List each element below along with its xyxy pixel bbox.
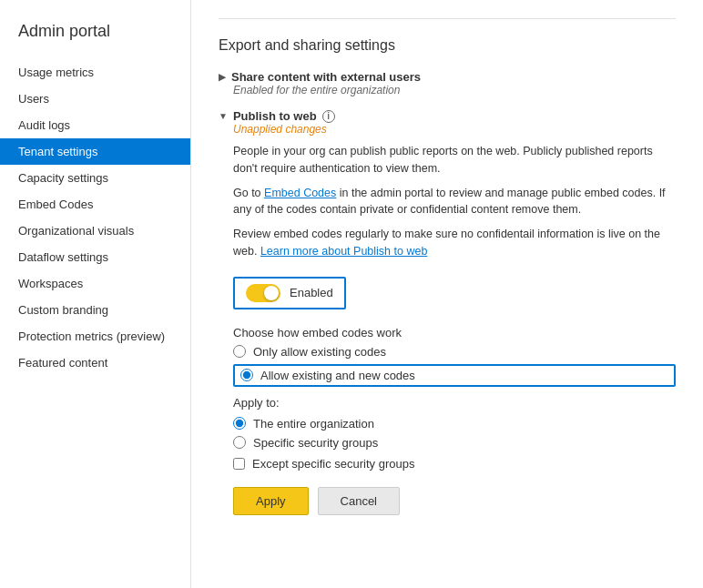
desc2-prefix: Go to <box>233 187 264 199</box>
radio-specific-groups-label: Specific security groups <box>253 436 378 450</box>
cancel-button[interactable]: Cancel <box>318 487 400 515</box>
radio-specific-groups[interactable]: Specific security groups <box>233 436 676 450</box>
sidebar-item-workspaces[interactable]: Workspaces <box>0 270 190 297</box>
app-layout: Admin portal Usage metrics Users Audit l… <box>0 0 703 588</box>
publish-web-desc1: People in your org can publish public re… <box>233 143 676 177</box>
sidebar-item-dataflow-settings[interactable]: Dataflow settings <box>0 244 190 270</box>
publish-web-header[interactable]: ▼ Publish to web i <box>219 109 676 123</box>
enabled-toggle[interactable] <box>246 284 280 302</box>
embed-codes-group: Choose how embed codes work Only allow e… <box>233 326 676 387</box>
radio-entire-org-input[interactable] <box>233 417 246 430</box>
publish-web-arrow: ▼ <box>219 111 228 121</box>
apply-to-label: Apply to: <box>233 396 676 410</box>
apply-button[interactable]: Apply <box>233 487 309 515</box>
except-checkbox[interactable] <box>233 458 245 470</box>
sidebar: Admin portal Usage metrics Users Audit l… <box>0 0 191 588</box>
sidebar-item-capacity-settings[interactable]: Capacity settings <box>0 165 190 191</box>
enabled-toggle-row[interactable]: Enabled <box>233 277 346 309</box>
sidebar-item-usage-metrics[interactable]: Usage metrics <box>0 59 190 86</box>
publish-web-setting: ▼ Publish to web i Unapplied changes Peo… <box>219 109 676 515</box>
sidebar-item-embed-codes[interactable]: Embed Codes <box>0 191 190 218</box>
sidebar-item-protection-metrics[interactable]: Protection metrics (preview) <box>0 323 190 350</box>
publish-web-desc3: Review embed codes regularly to make sur… <box>233 226 676 260</box>
divider <box>219 18 676 19</box>
radio-only-existing-input[interactable] <box>233 345 246 358</box>
sidebar-item-featured-content[interactable]: Featured content <box>0 350 190 376</box>
publish-web-desc2: Go to Embed Codes in the admin portal to… <box>233 185 676 219</box>
sidebar-item-audit-logs[interactable]: Audit logs <box>0 112 190 138</box>
toggle-track <box>246 284 280 302</box>
share-content-subtext: Enabled for the entire organization <box>233 84 676 96</box>
sidebar-item-users[interactable]: Users <box>0 86 190 112</box>
publish-web-body: People in your org can publish public re… <box>233 143 676 515</box>
toggle-container: Enabled <box>233 268 676 319</box>
sidebar-item-tenant-settings[interactable]: Tenant settings <box>0 138 190 165</box>
except-label: Except specific security groups <box>252 457 414 471</box>
section-title: Export and sharing settings <box>219 37 676 54</box>
sidebar-item-custom-branding[interactable]: Custom branding <box>0 297 190 323</box>
radio-entire-org-label: The entire organization <box>253 417 374 431</box>
radio-entire-org[interactable]: The entire organization <box>233 417 676 431</box>
toggle-label: Enabled <box>290 286 333 299</box>
embed-codes-link[interactable]: Embed Codes <box>264 187 336 199</box>
toggle-thumb <box>264 286 279 300</box>
apply-to-section: Apply to: The entire organization Specif… <box>233 396 676 471</box>
apply-to-group: The entire organization Specific securit… <box>233 417 676 450</box>
app-title: Admin portal <box>0 9 190 59</box>
radio-only-existing-label: Only allow existing codes <box>253 345 386 359</box>
main-content: Export and sharing settings ▶ Share cont… <box>191 0 703 588</box>
radio-allow-new-input[interactable] <box>240 369 253 381</box>
radio-allow-new-label: Allow existing and new codes <box>260 369 415 382</box>
publish-web-title: Publish to web <box>233 109 317 123</box>
share-content-header[interactable]: ▶ Share content with external users <box>219 70 676 84</box>
except-checkbox-row[interactable]: Except specific security groups <box>233 457 676 471</box>
sidebar-item-organizational-visuals[interactable]: Organizational visuals <box>0 218 190 244</box>
publish-web-warning: Unapplied changes <box>233 123 676 136</box>
button-row: Apply Cancel <box>233 487 676 515</box>
radio-allow-new[interactable]: Allow existing and new codes <box>233 364 676 387</box>
share-content-arrow: ▶ <box>219 72 226 82</box>
learn-more-link[interactable]: Learn more about Publish to web <box>260 245 427 258</box>
embed-codes-heading: Choose how embed codes work <box>233 326 676 340</box>
radio-specific-groups-input[interactable] <box>233 436 246 449</box>
share-content-title: Share content with external users <box>231 70 421 84</box>
radio-only-existing[interactable]: Only allow existing codes <box>233 345 676 359</box>
share-content-setting: ▶ Share content with external users Enab… <box>219 70 676 96</box>
info-icon[interactable]: i <box>322 110 335 123</box>
